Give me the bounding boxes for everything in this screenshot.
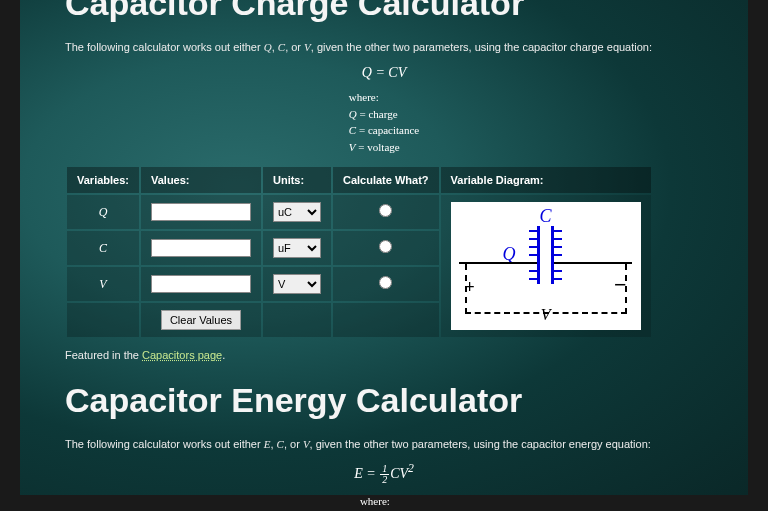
- page-title-energy: Capacitor Energy Calculator: [65, 381, 703, 420]
- intro-energy: The following calculator works out eithe…: [65, 438, 703, 450]
- eq-e: E: [354, 466, 363, 481]
- th-diagram: Variable Diagram:: [441, 167, 651, 193]
- where2-label: where:: [360, 495, 390, 507]
- capacitors-page-link[interactable]: Capacitors page: [142, 349, 222, 361]
- featured-post: .: [222, 349, 225, 361]
- eq-sq: 2: [408, 462, 414, 475]
- equation-energy: E = 12CV2: [65, 462, 703, 485]
- eq-half-d: 2: [380, 475, 389, 485]
- voltage-dash-left: [465, 264, 467, 314]
- intro-text: The following calculator works out eithe…: [65, 41, 264, 53]
- value-q-input[interactable]: [151, 203, 251, 221]
- where-q-sym: Q: [349, 108, 357, 120]
- value-c-input[interactable]: [151, 239, 251, 257]
- unit-q-select[interactable]: uC: [273, 202, 321, 222]
- where-q-txt: = charge: [357, 108, 398, 120]
- intro-var-v: V: [304, 41, 311, 53]
- intro2-var-c: C: [277, 438, 284, 450]
- var-q-label: Q: [67, 195, 139, 229]
- voltage-dash-right: [625, 264, 627, 314]
- intro2-or: , or: [284, 438, 303, 450]
- where-c-txt: = capacitance: [356, 124, 419, 136]
- intro-var-q: Q: [264, 41, 272, 53]
- intro2-post: , given the other two parameters, using …: [310, 438, 651, 450]
- intro2-text: The following calculator works out eithe…: [65, 438, 264, 450]
- equation-block-energy: E = 12CV2 where: E = energy: [65, 462, 703, 511]
- th-variables: Variables:: [67, 167, 139, 193]
- clear-values-button[interactable]: Clear Values: [161, 310, 241, 330]
- equation-block-charge: Q = CV where: Q = charge C = capacitance…: [65, 65, 703, 155]
- voltage-dash-bottom: [465, 312, 627, 314]
- wire-right: [554, 262, 632, 264]
- th-values: Values:: [141, 167, 261, 193]
- intro-post: , given the other two parameters, using …: [311, 41, 652, 53]
- featured-line: Featured in the Capacitors page.: [65, 349, 703, 361]
- equation-charge: Q = CV: [65, 65, 703, 81]
- variable-diagram: C Q V + −: [451, 202, 641, 330]
- unit-c-select[interactable]: uF: [273, 238, 321, 258]
- where-label: where:: [349, 91, 379, 103]
- calc-q-radio[interactable]: [379, 204, 392, 217]
- value-v-input[interactable]: [151, 275, 251, 293]
- wire-left: [459, 262, 537, 264]
- diagram-v-label: V: [541, 306, 551, 324]
- calculator-table: Variables: Values: Units: Calculate What…: [65, 165, 653, 339]
- diagram-c-label: C: [540, 206, 552, 227]
- intro-charge: The following calculator works out eithe…: [65, 41, 703, 53]
- th-units: Units:: [263, 167, 331, 193]
- th-calc: Calculate What?: [333, 167, 439, 193]
- where-v-sym: V: [349, 141, 356, 153]
- intro2-var-v: V: [303, 438, 310, 450]
- var-c-label: C: [67, 231, 139, 265]
- unit-v-select[interactable]: V: [273, 274, 321, 294]
- var-v-label: V: [67, 267, 139, 301]
- capacitor-plate-left: [537, 226, 540, 284]
- where-v-txt: = voltage: [356, 141, 400, 153]
- eq-v: V: [399, 466, 408, 481]
- intro-or: , or: [285, 41, 304, 53]
- page-title-charge: Capacitor Charge Calculator: [65, 0, 703, 23]
- calc-v-radio[interactable]: [379, 276, 392, 289]
- eq-eq: =: [363, 466, 379, 481]
- calc-c-radio[interactable]: [379, 240, 392, 253]
- featured-pre: Featured in the: [65, 349, 142, 361]
